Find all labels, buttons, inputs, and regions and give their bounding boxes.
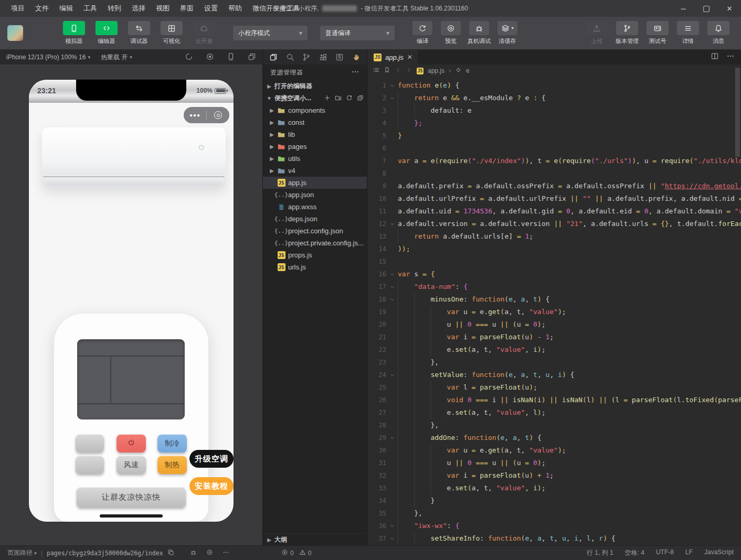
git-branch-icon[interactable] [302, 53, 311, 61]
compile-mode-dropdown[interactable]: 普通编译 ▾ [320, 26, 395, 40]
collapse-all-icon[interactable] [357, 94, 364, 103]
fold-icon[interactable] [386, 293, 398, 306]
fold-icon[interactable] [386, 369, 398, 381]
code-line-21[interactable]: 21var i = parseFloat(u) - 1; [367, 331, 741, 343]
indent-size[interactable]: 空格: 4 [625, 548, 644, 557]
menu-item-3[interactable]: 工具 [79, 2, 102, 15]
breadcrumb-symbol[interactable]: e [466, 67, 470, 74]
file-deps.json[interactable]: {..}deps.json [263, 213, 367, 225]
details-button[interactable]: 详情 [675, 21, 701, 45]
code-line-29[interactable]: 29addOne: function(e, a, t) { [367, 432, 741, 444]
breadcrumb-file[interactable]: app.js [428, 67, 444, 74]
folder-const[interactable]: ▶const [263, 116, 367, 128]
more-icon[interactable] [223, 549, 229, 557]
fold-icon[interactable] [386, 281, 398, 293]
hand-icon[interactable] [352, 53, 361, 61]
install-tutorial-pill[interactable]: 安装教程 [189, 477, 234, 495]
blank-button-2[interactable] [76, 456, 104, 474]
file-urls.js[interactable]: JSurls.js [263, 261, 367, 273]
menu-item-1[interactable]: 文件 [30, 2, 54, 15]
nav-forward-icon[interactable] [406, 67, 412, 75]
compile-button[interactable]: 编译 [411, 21, 434, 45]
code-line-16[interactable]: 16var s = { [367, 268, 741, 281]
upgrade-ac-pill[interactable]: 升级空调 [189, 450, 234, 468]
menu-item-5[interactable]: 选择 [127, 2, 150, 15]
eol[interactable]: LF [685, 548, 693, 557]
code-line-37[interactable]: 37setShareInfo: function(e, a, t, u, i, … [367, 532, 741, 545]
reload-icon[interactable] [185, 52, 193, 62]
code-line-22[interactable]: 22e.set(a, t, "value", i); [367, 343, 741, 356]
code-line-35[interactable]: 35}, [367, 507, 741, 520]
record-icon[interactable] [206, 52, 214, 62]
split-editor-icon[interactable] [711, 52, 719, 62]
code-line-20[interactable]: 20u || 0 === u || (u = 0); [367, 318, 741, 331]
fold-icon[interactable] [386, 92, 398, 104]
capsule-close-button[interactable] [207, 111, 229, 119]
menu-item-9[interactable]: 帮助 [224, 2, 247, 15]
folder-v4[interactable]: ▶v4 [263, 165, 367, 177]
code-line-36[interactable]: 36"iwx-wx": { [367, 520, 741, 532]
editor-scrollbar[interactable] [735, 68, 740, 157]
visualize-button[interactable]: 可视化 [158, 21, 185, 45]
nav-back-icon[interactable] [395, 67, 401, 75]
code-line-30[interactable]: 30var u = e.get(a, t, "value"); [367, 444, 741, 457]
file-app.wxss[interactable]: ≣app.wxss [263, 201, 367, 213]
applet-mode-dropdown[interactable]: 小程序模式 ▾ [233, 26, 308, 40]
fold-icon[interactable] [386, 520, 398, 532]
code-line-28[interactable]: 28}, [367, 419, 741, 432]
fold-icon[interactable] [386, 432, 398, 444]
folder-utils[interactable]: ▶utils [263, 153, 367, 165]
folder-lib[interactable]: ▶lib [263, 128, 367, 141]
code-line-5[interactable]: 5} [367, 130, 741, 142]
copy-path-icon[interactable] [167, 549, 174, 557]
menu-item-8[interactable]: 设置 [199, 2, 223, 15]
vconsole-icon[interactable] [190, 549, 197, 557]
power-button[interactable] [117, 434, 146, 453]
more-icon[interactable] [351, 68, 359, 78]
simulator-button[interactable]: 模拟器 [60, 21, 88, 45]
problems-indicator[interactable]: 0 0 [281, 549, 311, 557]
inspect-icon[interactable] [206, 549, 213, 557]
code-line-23[interactable]: 23}, [367, 356, 741, 369]
code-line-24[interactable]: 24setValue: function(e, a, t, u, i) { [367, 369, 741, 381]
heat-button[interactable]: 制热 [157, 456, 187, 474]
bookmark-icon[interactable] [384, 67, 390, 75]
outline-section[interactable]: ▶ 大纲 [263, 533, 367, 545]
menu-item-2[interactable]: 编辑 [55, 2, 78, 15]
menu-item-4[interactable]: 转到 [103, 2, 126, 15]
code-line-32[interactable]: 32var i = parseFloat(u) + 1; [367, 469, 741, 482]
code-line-13[interactable]: 13return a.default.urls[e] = 1; [367, 230, 741, 243]
search-icon[interactable] [286, 53, 294, 61]
new-file-icon[interactable] [324, 94, 331, 103]
device-selector[interactable]: iPhone 12/13 (Pro) 100% 16 ▾ [6, 53, 90, 61]
code-area[interactable]: 1function e(e) {2return e && e.__esModul… [367, 77, 741, 545]
code-line-2[interactable]: 2return e && e.__esModule ? e : { [367, 92, 741, 104]
skyline-icon[interactable] [335, 53, 344, 61]
device-frame-icon[interactable] [227, 52, 235, 62]
code-line-11[interactable]: 11a.default.uid = 1734536, a.default.gid… [367, 205, 741, 218]
fold-icon[interactable] [386, 532, 398, 545]
file-app.json[interactable]: {..}app.json [263, 189, 367, 201]
code-line-31[interactable]: 31u || 0 === u || (u = 0); [367, 457, 741, 469]
code-line-8[interactable]: 8 [367, 167, 741, 180]
code-line-26[interactable]: 26void 0 === i || isNaN(i) || isNaN(l) |… [367, 394, 741, 406]
code-line-33[interactable]: 33e.set(a, t, "value", i); [367, 482, 741, 494]
code-line-18[interactable]: 18minusOne: function(e, a, t) { [367, 293, 741, 306]
close-window-button[interactable]: ✕ [718, 0, 741, 17]
extensions-icon[interactable] [319, 53, 327, 61]
message-button[interactable]: 消息 [706, 21, 731, 45]
user-avatar[interactable] [7, 25, 23, 41]
hot-reload-selector[interactable]: 热重载 开 ▾ [101, 53, 132, 62]
cursor-position[interactable]: 行 1, 列 1 [587, 548, 613, 557]
capsule-more-button[interactable]: ●●● [184, 112, 206, 118]
page-path-selector[interactable]: 页面路径 ▾ [7, 548, 37, 557]
menu-item-0[interactable]: 项目 [6, 2, 29, 15]
menu-item-7[interactable]: 界面 [175, 2, 198, 15]
encoding[interactable]: UTF-8 [656, 548, 674, 557]
fold-icon[interactable] [386, 268, 398, 281]
device-debug-button[interactable]: 真机调试 [468, 21, 491, 45]
code-line-25[interactable]: 25var l = parseFloat(u); [367, 381, 741, 394]
share-button[interactable]: 让群友凉快凉快 [77, 487, 186, 508]
file-app.js[interactable]: JSapp.js [263, 177, 367, 189]
code-line-15[interactable]: 15 [367, 255, 741, 268]
